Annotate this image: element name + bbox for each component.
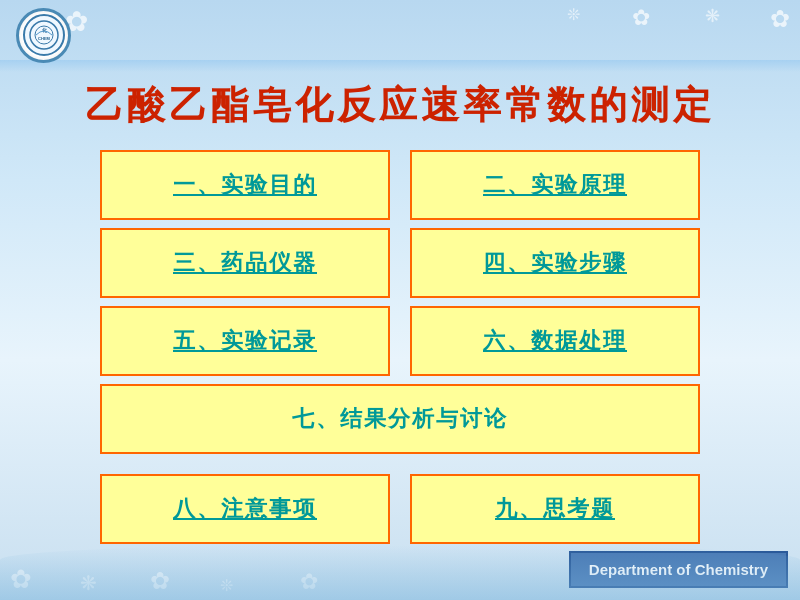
university-logo: 化 CHEM <box>16 8 71 63</box>
menu-link-1[interactable]: 一、实验目的 <box>173 172 317 197</box>
menu-link-2[interactable]: 二、实验原理 <box>483 172 627 197</box>
svg-text:CHEM: CHEM <box>38 36 50 41</box>
menu-row-3: 五、实验记录 六、数据处理 <box>100 306 700 376</box>
menu-item-1[interactable]: 一、实验目的 <box>100 150 390 220</box>
menu-label-7: 七、结果分析与讨论 <box>292 406 508 431</box>
menu-link-6[interactable]: 六、数据处理 <box>483 328 627 353</box>
menu-item-9[interactable]: 九、思考题 <box>410 474 700 544</box>
menu-item-7[interactable]: 七、结果分析与讨论 <box>100 384 700 454</box>
wave-bottom-deco <box>0 545 800 600</box>
logo-inner: 化 CHEM <box>23 14 65 56</box>
menu-row-2: 三、药品仪器 四、实验步骤 <box>100 228 700 298</box>
main-title: 乙酸乙酯皂化反应速率常数的测定 <box>0 70 800 141</box>
menu-link-5[interactable]: 五、实验记录 <box>173 328 317 353</box>
svg-text:化: 化 <box>40 27 47 33</box>
menu-item-6[interactable]: 六、数据处理 <box>410 306 700 376</box>
menu-row-4: 七、结果分析与讨论 <box>100 384 700 454</box>
menu-item-4[interactable]: 四、实验步骤 <box>410 228 700 298</box>
menu-area: 一、实验目的 二、实验原理 三、药品仪器 四、实验步骤 五、实验记录 六、数据处… <box>100 150 700 552</box>
menu-item-5[interactable]: 五、实验记录 <box>100 306 390 376</box>
svg-point-0 <box>30 21 58 49</box>
header: 化 CHEM <box>0 0 800 70</box>
menu-item-8[interactable]: 八、注意事项 <box>100 474 390 544</box>
menu-link-3[interactable]: 三、药品仪器 <box>173 250 317 275</box>
menu-link-8[interactable]: 八、注意事项 <box>173 496 317 521</box>
menu-row-1: 一、实验目的 二、实验原理 <box>100 150 700 220</box>
menu-row-5: 八、注意事项 九、思考题 <box>100 474 700 544</box>
menu-link-4[interactable]: 四、实验步骤 <box>483 250 627 275</box>
menu-link-9[interactable]: 九、思考题 <box>495 496 615 521</box>
menu-item-3[interactable]: 三、药品仪器 <box>100 228 390 298</box>
menu-item-2[interactable]: 二、实验原理 <box>410 150 700 220</box>
